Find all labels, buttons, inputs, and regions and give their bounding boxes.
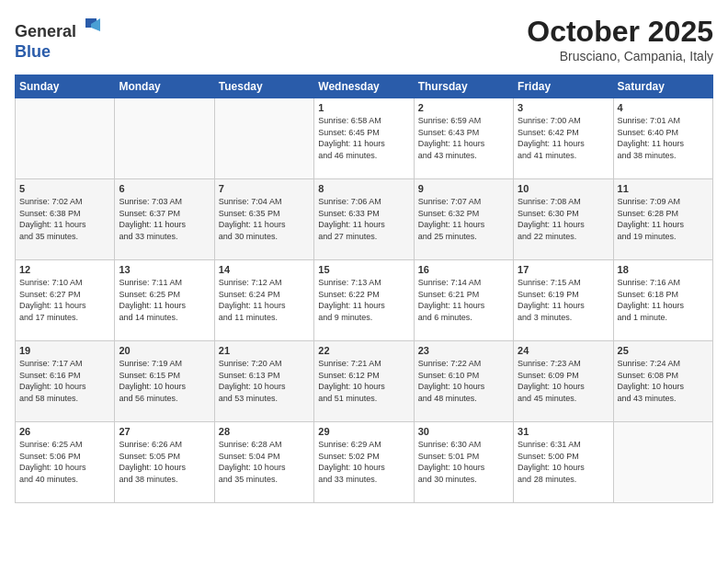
day-info: Sunrise: 7:24 AM Sunset: 6:08 PM Dayligh…: [618, 358, 709, 404]
day-info: Sunrise: 7:23 AM Sunset: 6:09 PM Dayligh…: [518, 358, 609, 404]
day-number: 12: [19, 264, 110, 275]
day-info: Sunrise: 7:14 AM Sunset: 6:21 PM Dayligh…: [418, 277, 509, 323]
calendar-cell: 31Sunrise: 6:31 AM Sunset: 5:00 PM Dayli…: [514, 422, 613, 503]
day-info: Sunrise: 7:09 AM Sunset: 6:28 PM Dayligh…: [618, 196, 709, 242]
calendar-week-3: 12Sunrise: 7:10 AM Sunset: 6:27 PM Dayli…: [16, 260, 713, 341]
day-info: Sunrise: 7:22 AM Sunset: 6:10 PM Dayligh…: [418, 358, 509, 404]
day-number: 7: [219, 183, 310, 194]
calendar-cell: 8Sunrise: 7:06 AM Sunset: 6:33 PM Daylig…: [314, 179, 414, 260]
calendar-cell: 10Sunrise: 7:08 AM Sunset: 6:30 PM Dayli…: [514, 179, 613, 260]
calendar-cell: [16, 98, 115, 179]
calendar-cell: 3Sunrise: 7:00 AM Sunset: 6:42 PM Daylig…: [514, 98, 613, 179]
day-number: 26: [19, 426, 110, 437]
day-number: 19: [19, 345, 110, 356]
calendar-cell: 22Sunrise: 7:21 AM Sunset: 6:12 PM Dayli…: [314, 341, 414, 422]
day-info: Sunrise: 7:00 AM Sunset: 6:42 PM Dayligh…: [518, 115, 609, 161]
calendar-cell: 13Sunrise: 7:11 AM Sunset: 6:25 PM Dayli…: [115, 260, 214, 341]
title-block: October 2025 Brusciano, Campania, Italy: [527, 15, 713, 63]
day-number: 16: [418, 264, 509, 275]
day-info: Sunrise: 7:11 AM Sunset: 6:25 PM Dayligh…: [119, 277, 210, 323]
weekday-header-thursday: Thursday: [414, 75, 513, 98]
day-number: 20: [119, 345, 210, 356]
day-info: Sunrise: 7:08 AM Sunset: 6:30 PM Dayligh…: [518, 196, 609, 242]
calendar-cell: 14Sunrise: 7:12 AM Sunset: 6:24 PM Dayli…: [214, 260, 313, 341]
day-number: 1: [318, 102, 409, 113]
page-header: General Blue October 2025 Brusciano, Cam…: [15, 15, 713, 63]
logo: General Blue: [15, 15, 100, 62]
day-number: 24: [518, 345, 609, 356]
day-info: Sunrise: 6:30 AM Sunset: 5:01 PM Dayligh…: [418, 439, 509, 485]
weekday-header-saturday: Saturday: [613, 75, 712, 98]
day-number: 6: [119, 183, 210, 194]
calendar-cell: 5Sunrise: 7:02 AM Sunset: 6:38 PM Daylig…: [16, 179, 115, 260]
logo-general: General: [15, 22, 76, 40]
day-info: Sunrise: 7:12 AM Sunset: 6:24 PM Dayligh…: [219, 277, 310, 323]
day-info: Sunrise: 7:01 AM Sunset: 6:40 PM Dayligh…: [618, 115, 709, 161]
day-number: 13: [119, 264, 210, 275]
calendar-cell: 25Sunrise: 7:24 AM Sunset: 6:08 PM Dayli…: [613, 341, 712, 422]
weekday-header-tuesday: Tuesday: [214, 75, 313, 98]
calendar-cell: 21Sunrise: 7:20 AM Sunset: 6:13 PM Dayli…: [214, 341, 313, 422]
calendar-week-2: 5Sunrise: 7:02 AM Sunset: 6:38 PM Daylig…: [16, 179, 713, 260]
day-info: Sunrise: 6:28 AM Sunset: 5:04 PM Dayligh…: [219, 439, 310, 485]
day-info: Sunrise: 7:15 AM Sunset: 6:19 PM Dayligh…: [518, 277, 609, 323]
calendar-cell: 7Sunrise: 7:04 AM Sunset: 6:35 PM Daylig…: [214, 179, 313, 260]
day-info: Sunrise: 7:03 AM Sunset: 6:37 PM Dayligh…: [119, 196, 210, 242]
day-info: Sunrise: 7:13 AM Sunset: 6:22 PM Dayligh…: [318, 277, 409, 323]
calendar-cell: 6Sunrise: 7:03 AM Sunset: 6:37 PM Daylig…: [115, 179, 214, 260]
weekday-header-friday: Friday: [514, 75, 613, 98]
calendar-cell: 24Sunrise: 7:23 AM Sunset: 6:09 PM Dayli…: [514, 341, 613, 422]
day-info: Sunrise: 7:19 AM Sunset: 6:15 PM Dayligh…: [119, 358, 210, 404]
day-number: 28: [219, 426, 310, 437]
day-info: Sunrise: 6:58 AM Sunset: 6:45 PM Dayligh…: [318, 115, 409, 161]
calendar-cell: 30Sunrise: 6:30 AM Sunset: 5:01 PM Dayli…: [414, 422, 513, 503]
day-number: 4: [618, 102, 709, 113]
calendar-cell: 16Sunrise: 7:14 AM Sunset: 6:21 PM Dayli…: [414, 260, 513, 341]
month-title: October 2025: [527, 15, 713, 49]
calendar-table: SundayMondayTuesdayWednesdayThursdayFrid…: [15, 75, 713, 503]
logo-blue: Blue: [15, 42, 51, 61]
day-info: Sunrise: 6:25 AM Sunset: 5:06 PM Dayligh…: [19, 439, 110, 485]
header-row: SundayMondayTuesdayWednesdayThursdayFrid…: [16, 75, 713, 98]
calendar-cell: 12Sunrise: 7:10 AM Sunset: 6:27 PM Dayli…: [16, 260, 115, 341]
day-number: 18: [618, 264, 709, 275]
day-number: 8: [318, 183, 409, 194]
calendar-cell: 26Sunrise: 6:25 AM Sunset: 5:06 PM Dayli…: [16, 422, 115, 503]
calendar-week-4: 19Sunrise: 7:17 AM Sunset: 6:16 PM Dayli…: [16, 341, 713, 422]
calendar-cell: 11Sunrise: 7:09 AM Sunset: 6:28 PM Dayli…: [613, 179, 712, 260]
calendar-cell: [613, 422, 712, 503]
day-info: Sunrise: 7:07 AM Sunset: 6:32 PM Dayligh…: [418, 196, 509, 242]
day-info: Sunrise: 7:16 AM Sunset: 6:18 PM Dayligh…: [618, 277, 709, 323]
day-number: 29: [318, 426, 409, 437]
calendar-week-5: 26Sunrise: 6:25 AM Sunset: 5:06 PM Dayli…: [16, 422, 713, 503]
calendar-cell: 23Sunrise: 7:22 AM Sunset: 6:10 PM Dayli…: [414, 341, 513, 422]
day-info: Sunrise: 7:06 AM Sunset: 6:33 PM Dayligh…: [318, 196, 409, 242]
day-number: 17: [518, 264, 609, 275]
calendar-cell: 4Sunrise: 7:01 AM Sunset: 6:40 PM Daylig…: [613, 98, 712, 179]
calendar-cell: 20Sunrise: 7:19 AM Sunset: 6:15 PM Dayli…: [115, 341, 214, 422]
day-number: 31: [518, 426, 609, 437]
calendar-cell: [115, 98, 214, 179]
logo-icon: [78, 15, 100, 37]
day-number: 30: [418, 426, 509, 437]
day-info: Sunrise: 6:59 AM Sunset: 6:43 PM Dayligh…: [418, 115, 509, 161]
day-number: 27: [119, 426, 210, 437]
weekday-header-wednesday: Wednesday: [314, 75, 414, 98]
weekday-header-monday: Monday: [115, 75, 214, 98]
day-info: Sunrise: 7:21 AM Sunset: 6:12 PM Dayligh…: [318, 358, 409, 404]
day-number: 5: [19, 183, 110, 194]
day-info: Sunrise: 7:04 AM Sunset: 6:35 PM Dayligh…: [219, 196, 310, 242]
calendar-cell: 9Sunrise: 7:07 AM Sunset: 6:32 PM Daylig…: [414, 179, 513, 260]
calendar-cell: 29Sunrise: 6:29 AM Sunset: 5:02 PM Dayli…: [314, 422, 414, 503]
day-number: 9: [418, 183, 509, 194]
calendar-week-1: 1Sunrise: 6:58 AM Sunset: 6:45 PM Daylig…: [16, 98, 713, 179]
calendar-cell: 1Sunrise: 6:58 AM Sunset: 6:45 PM Daylig…: [314, 98, 414, 179]
calendar-cell: 18Sunrise: 7:16 AM Sunset: 6:18 PM Dayli…: [613, 260, 712, 341]
calendar-cell: 27Sunrise: 6:26 AM Sunset: 5:05 PM Dayli…: [115, 422, 214, 503]
calendar-cell: 2Sunrise: 6:59 AM Sunset: 6:43 PM Daylig…: [414, 98, 513, 179]
day-number: 15: [318, 264, 409, 275]
day-number: 3: [518, 102, 609, 113]
weekday-header-sunday: Sunday: [16, 75, 115, 98]
day-number: 22: [318, 345, 409, 356]
calendar-cell: 17Sunrise: 7:15 AM Sunset: 6:19 PM Dayli…: [514, 260, 613, 341]
